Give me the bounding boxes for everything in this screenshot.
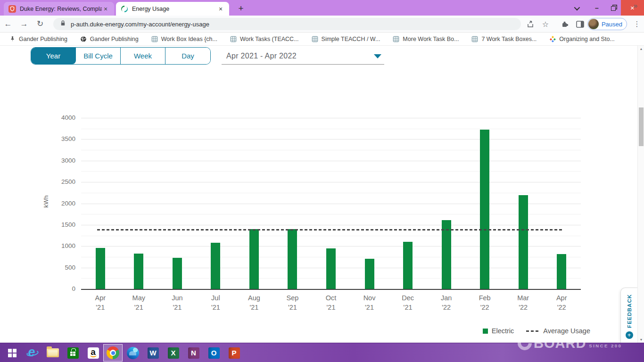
- tab-title: Duke Energy: Reviews, Complaint: [20, 6, 102, 12]
- scrollbar-thumb[interactable]: [639, 107, 644, 146]
- y-tick-label: 1500: [50, 221, 75, 228]
- extensions-puzzle-icon[interactable]: [558, 16, 572, 33]
- tab-title: Energy Usage: [132, 6, 217, 12]
- avatar: [588, 19, 599, 29]
- tab-close-icon[interactable]: ×: [217, 5, 224, 13]
- feedback-button[interactable]: FEEDBACK +: [620, 288, 637, 343]
- date-range-value: Apr 2021 - Apr 2022: [226, 52, 297, 60]
- browser-tab-duke-reviews[interactable]: Duke Energy: Reviews, Complaint ×: [4, 2, 114, 16]
- grid-icon: [311, 35, 319, 43]
- x-tick-label: May'21: [124, 293, 154, 312]
- electric-bar-Sep21[interactable]: [288, 229, 297, 289]
- bookmark-item[interactable]: Gander Publishing: [6, 34, 70, 44]
- globe-icon: [80, 35, 87, 43]
- taskbar-chrome-icon[interactable]: [103, 344, 123, 362]
- taskbar-start-icon[interactable]: [2, 343, 22, 362]
- electric-bar-Feb22[interactable]: [480, 130, 489, 289]
- bookmark-label: Work Tasks (TEACC...: [240, 36, 299, 42]
- forward-icon[interactable]: →: [16, 19, 32, 29]
- tab-search-chevron-icon[interactable]: [569, 4, 583, 12]
- grid-icon: [151, 35, 158, 43]
- y-tick-label: 0: [50, 285, 75, 292]
- taskbar-microsoft-store-icon[interactable]: [63, 343, 83, 362]
- taskbar-outlook-icon[interactable]: O: [204, 343, 224, 362]
- taskbar-excel-icon[interactable]: X: [163, 343, 183, 362]
- electric-bar-Oct21[interactable]: [326, 248, 336, 289]
- taskbar-file-explorer-icon[interactable]: [42, 343, 63, 362]
- tab-day[interactable]: Day: [165, 48, 210, 64]
- scroll-down-icon[interactable]: ▼: [638, 338, 644, 341]
- grid-icon: [392, 35, 400, 43]
- taskbar-onenote-icon[interactable]: N: [183, 343, 204, 362]
- x-tick-label: Aug'21: [239, 293, 269, 312]
- reload-icon[interactable]: ↻: [32, 19, 48, 29]
- back-icon[interactable]: ←: [0, 19, 16, 29]
- tab-week[interactable]: Week: [121, 48, 165, 64]
- dropdown-caret-icon: [374, 54, 381, 58]
- taskbar-app-icons: eaWXNOP: [2, 343, 244, 362]
- page-scrollbar[interactable]: ▲ ▼: [637, 46, 644, 343]
- taskbar-amazon-icon[interactable]: a: [83, 343, 103, 362]
- x-tick-label: Jan'22: [431, 293, 462, 312]
- bookmark-item[interactable]: Gander Publishing: [77, 34, 141, 44]
- tab-close-icon[interactable]: ×: [102, 5, 109, 13]
- x-tick-label: Sep'21: [277, 293, 307, 312]
- bookmark-item[interactable]: Organizing and Sto...: [546, 34, 617, 44]
- grid-icon: [471, 35, 479, 43]
- bookmark-item[interactable]: Simple TEACCH / W...: [308, 34, 383, 44]
- browser-tab-energy-usage[interactable]: Energy Usage ×: [116, 2, 229, 16]
- electric-swatch-icon: [483, 329, 488, 334]
- bookmark-item[interactable]: Work Tasks (TEACC...: [227, 34, 302, 44]
- electric-bar-Nov21[interactable]: [365, 259, 374, 289]
- bookmark-label: Work Box Ideas {ch...: [161, 36, 217, 42]
- side-panel-icon[interactable]: [573, 16, 587, 33]
- usage-period-tabs: YearBill CycleWeekDay: [31, 47, 211, 65]
- electric-bar-Apr21[interactable]: [96, 248, 105, 289]
- y-tick-label: 3500: [50, 135, 75, 142]
- average-usage-line: [97, 229, 562, 230]
- chart-legend: Electric Average Usage: [483, 327, 590, 335]
- x-tick-label: Nov'21: [355, 293, 385, 312]
- electric-bar-May21[interactable]: [134, 254, 143, 289]
- browser-menu-kebab-icon[interactable]: ⋮: [631, 16, 643, 33]
- electric-bar-Jun21[interactable]: [173, 258, 182, 289]
- tab-bill-cycle[interactable]: Bill Cycle: [76, 48, 121, 64]
- taskbar-edge-icon[interactable]: [123, 343, 143, 362]
- url-text: p-auth.duke-energy.com/my-account/energy…: [71, 21, 209, 28]
- taskbar-word-icon[interactable]: W: [143, 343, 163, 362]
- y-tick-label: 1000: [50, 242, 75, 249]
- legend-electric: Electric: [483, 327, 514, 335]
- shield-favicon: [8, 5, 16, 13]
- legend-average-usage: Average Usage: [526, 327, 590, 335]
- bookmarks-bar: Gander PublishingGander PublishingWork B…: [0, 33, 644, 46]
- bookmark-star-icon[interactable]: ☆: [538, 16, 553, 33]
- address-bar[interactable]: p-auth.duke-energy.com/my-account/energy…: [53, 18, 521, 30]
- minor-gridline: [81, 193, 581, 193]
- minimize-button[interactable]: –: [590, 0, 604, 16]
- bookmarks-overflow-chevron[interactable]: »: [634, 1, 637, 9]
- close-button[interactable]: ×: [621, 0, 644, 16]
- restore-button[interactable]: [607, 0, 621, 16]
- minor-gridline: [81, 214, 581, 214]
- electric-bar-Mar22[interactable]: [519, 195, 528, 289]
- electric-bar-Jul21[interactable]: [211, 243, 220, 289]
- tab-year[interactable]: Year: [31, 48, 76, 64]
- taskbar-powerpoint-icon[interactable]: P: [224, 343, 244, 362]
- x-tick-label: Jul'21: [200, 293, 231, 312]
- scroll-up-icon[interactable]: ▲: [638, 47, 644, 50]
- electric-bar-Apr22[interactable]: [557, 254, 566, 289]
- bookmark-item[interactable]: More Work Task Bo...: [389, 34, 462, 44]
- date-range-dropdown[interactable]: Apr 2021 - Apr 2022: [222, 48, 384, 65]
- taskbar-internet-explorer-icon[interactable]: e: [22, 343, 42, 362]
- bookmark-item[interactable]: Work Box Ideas {ch...: [148, 34, 220, 44]
- share-icon[interactable]: [523, 16, 537, 33]
- apps-icon: [549, 35, 556, 43]
- y-tick-label: 2000: [50, 200, 75, 207]
- electric-bar-Aug21[interactable]: [249, 229, 259, 289]
- profile-sync-pill[interactable]: Paused: [588, 16, 627, 33]
- new-tab-button[interactable]: +: [235, 2, 247, 15]
- electric-bar-Jan22[interactable]: [442, 220, 451, 289]
- electric-bar-Dec21[interactable]: [403, 242, 413, 289]
- bookmark-item[interactable]: 7 Work Task Boxes...: [468, 34, 539, 44]
- major-gridline: [81, 182, 581, 182]
